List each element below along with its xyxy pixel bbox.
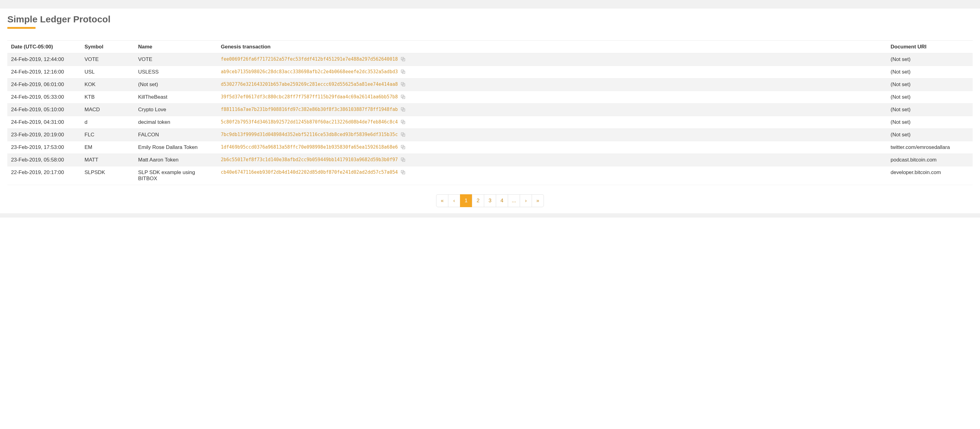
page-number-3[interactable]: 3 (484, 194, 496, 207)
tx-hash-link[interactable]: d5302776e321643201b657abe259269c281eccc6… (221, 81, 398, 87)
cell-document-uri: twitter.com/emrosedallara (887, 141, 973, 154)
page-first[interactable]: « (436, 194, 449, 207)
cell-date: 24-Feb-2019, 06:01:00 (7, 78, 81, 91)
page-number-2[interactable]: 2 (472, 194, 484, 207)
bottom-bar (0, 213, 980, 218)
cell-name: (Not set) (134, 78, 217, 91)
table-row: 23-Feb-2019, 20:19:00FLCFALCON7bc9db13f9… (7, 129, 973, 141)
copy-icon[interactable] (400, 107, 406, 112)
cell-name: USLESS (134, 66, 217, 78)
tx-hash-link[interactable]: cb40e6747116eeb930f2db4d140d2202d85d0bf8… (221, 169, 398, 175)
table-row: 24-Feb-2019, 05:10:00MACDCrypto Lovef881… (7, 104, 973, 116)
cell-date: 24-Feb-2019, 05:10:00 (7, 104, 81, 116)
page-number-4[interactable]: 4 (496, 194, 508, 207)
tx-hash-link[interactable]: 1df469b95ccd0376a96813a58ffc70e098998e1b… (221, 144, 398, 150)
table-row: 24-Feb-2019, 12:44:00VOTEVOTEfee0069f26f… (7, 53, 973, 66)
tx-hash-link[interactable]: fee0069f26fa6f7172162a57fec53fddf412bf45… (221, 56, 398, 62)
copy-icon[interactable] (400, 144, 406, 150)
cell-date: 22-Feb-2019, 20:17:00 (7, 166, 81, 185)
cell-document-uri: (Not set) (887, 66, 973, 78)
tx-hash-link[interactable]: 5c80f2b7953f4d34618b92572dd1245b870f60ac… (221, 119, 398, 125)
col-header-date[interactable]: Date (UTC-05:00) (7, 41, 81, 53)
copy-icon[interactable] (400, 157, 406, 163)
cell-document-uri: (Not set) (887, 104, 973, 116)
cell-genesis-tx: d5302776e321643201b657abe259269c281eccc6… (217, 78, 887, 91)
cell-document-uri: (Not set) (887, 129, 973, 141)
cell-genesis-tx: 7bc9db13f9999d31d048984d352ebf52116ce53d… (217, 129, 887, 141)
cell-genesis-tx: 2b6c55017ef8f73c1d140e38afbd2cc9b059449b… (217, 154, 887, 166)
main-container: Simple Ledger Protocol Date (UTC-05:00) … (0, 9, 980, 207)
cell-name: Emily Rose Dallara Token (134, 141, 217, 154)
cell-name: SLP SDK example using BITBOX (134, 166, 217, 185)
page-prev[interactable]: ‹ (448, 194, 460, 207)
page-last[interactable]: » (531, 194, 544, 207)
copy-icon[interactable] (400, 132, 406, 137)
cell-document-uri: (Not set) (887, 78, 973, 91)
token-table: Date (UTC-05:00) Symbol Name Genesis tra… (7, 40, 973, 185)
col-header-symbol[interactable]: Symbol (81, 41, 134, 53)
cell-symbol: MATT (81, 154, 134, 166)
cell-symbol: MACD (81, 104, 134, 116)
cell-document-uri: (Not set) (887, 91, 973, 104)
tx-hash-link[interactable]: 2b6c55017ef8f73c1d140e38afbd2cc9b059449b… (221, 157, 398, 163)
page-next[interactable]: › (520, 194, 532, 207)
cell-name: VOTE (134, 53, 217, 66)
pagination: «‹1234...›» (7, 194, 973, 207)
cell-symbol: d (81, 116, 134, 129)
cell-document-uri: developer.bitcoin.com (887, 166, 973, 185)
cell-genesis-tx: fee0069f26fa6f7172162a57fec53fddf412bf45… (217, 53, 887, 66)
cell-name: FALCON (134, 129, 217, 141)
cell-genesis-tx: f881116a7ae7b231bf908816fd97c382e86b30f8… (217, 104, 887, 116)
cell-date: 24-Feb-2019, 12:44:00 (7, 53, 81, 66)
copy-icon[interactable] (400, 69, 406, 75)
table-row: 23-Feb-2019, 05:58:00MATTMatt Aaron Toke… (7, 154, 973, 166)
cell-date: 24-Feb-2019, 04:31:00 (7, 116, 81, 129)
table-row: 24-Feb-2019, 05:33:00KTBKillTheBeast39f5… (7, 91, 973, 104)
table-row: 24-Feb-2019, 12:16:00USLUSLESSab9ceb7135… (7, 66, 973, 78)
title-underline (7, 27, 35, 29)
tx-hash-link[interactable]: ab9ceb7135b98026c28dc83acc338698afb2c2e4… (221, 69, 398, 75)
table-row: 24-Feb-2019, 06:01:00KOK(Not set)d530277… (7, 78, 973, 91)
copy-icon[interactable] (400, 56, 406, 62)
cell-genesis-tx: 39f5d37ef0617df3c880cbc28ff7f7587ff115b2… (217, 91, 887, 104)
cell-date: 24-Feb-2019, 12:16:00 (7, 66, 81, 78)
cell-date: 23-Feb-2019, 17:53:00 (7, 141, 81, 154)
tx-hash-link[interactable]: 39f5d37ef0617df3c880cbc28ff7f7587ff115b2… (221, 94, 398, 100)
col-header-uri[interactable]: Document URI (887, 41, 973, 53)
tx-hash-link[interactable]: 7bc9db13f9999d31d048984d352ebf52116ce53d… (221, 132, 398, 137)
cell-date: 24-Feb-2019, 05:33:00 (7, 91, 81, 104)
cell-name: decimal token (134, 116, 217, 129)
copy-icon[interactable] (400, 81, 406, 87)
cell-genesis-tx: ab9ceb7135b98026c28dc83acc338698afb2c2e4… (217, 66, 887, 78)
cell-genesis-tx: 1df469b95ccd0376a96813a58ffc70e098998e1b… (217, 141, 887, 154)
cell-date: 23-Feb-2019, 05:58:00 (7, 154, 81, 166)
top-bar (0, 0, 980, 9)
page-ellipsis[interactable]: ... (508, 194, 520, 207)
cell-name: Crypto Love (134, 104, 217, 116)
cell-genesis-tx: cb40e6747116eeb930f2db4d140d2202d85d0bf8… (217, 166, 887, 185)
cell-symbol: SLPSDK (81, 166, 134, 185)
copy-icon[interactable] (400, 169, 406, 175)
cell-date: 23-Feb-2019, 20:19:00 (7, 129, 81, 141)
cell-genesis-tx: 5c80f2b7953f4d34618b92572dd1245b870f60ac… (217, 116, 887, 129)
cell-document-uri: podcast.bitcoin.com (887, 154, 973, 166)
col-header-name[interactable]: Name (134, 41, 217, 53)
page-title: Simple Ledger Protocol (7, 14, 973, 24)
table-row: 23-Feb-2019, 17:53:00EMEmily Rose Dallar… (7, 141, 973, 154)
cell-name: Matt Aaron Token (134, 154, 217, 166)
cell-symbol: VOTE (81, 53, 134, 66)
col-header-tx[interactable]: Genesis transaction (217, 41, 887, 53)
cell-symbol: EM (81, 141, 134, 154)
table-row: 24-Feb-2019, 04:31:00ddecimal token5c80f… (7, 116, 973, 129)
cell-symbol: USL (81, 66, 134, 78)
cell-symbol: KOK (81, 78, 134, 91)
copy-icon[interactable] (400, 119, 406, 125)
table-row: 22-Feb-2019, 20:17:00SLPSDKSLP SDK examp… (7, 166, 973, 185)
tx-hash-link[interactable]: f881116a7ae7b231bf908816fd97c382e86b30f8… (221, 107, 398, 112)
cell-symbol: FLC (81, 129, 134, 141)
copy-icon[interactable] (400, 94, 406, 100)
cell-name: KillTheBeast (134, 91, 217, 104)
table-body: 24-Feb-2019, 12:44:00VOTEVOTEfee0069f26f… (7, 53, 973, 185)
page-number-1[interactable]: 1 (460, 194, 472, 207)
cell-document-uri: (Not set) (887, 116, 973, 129)
